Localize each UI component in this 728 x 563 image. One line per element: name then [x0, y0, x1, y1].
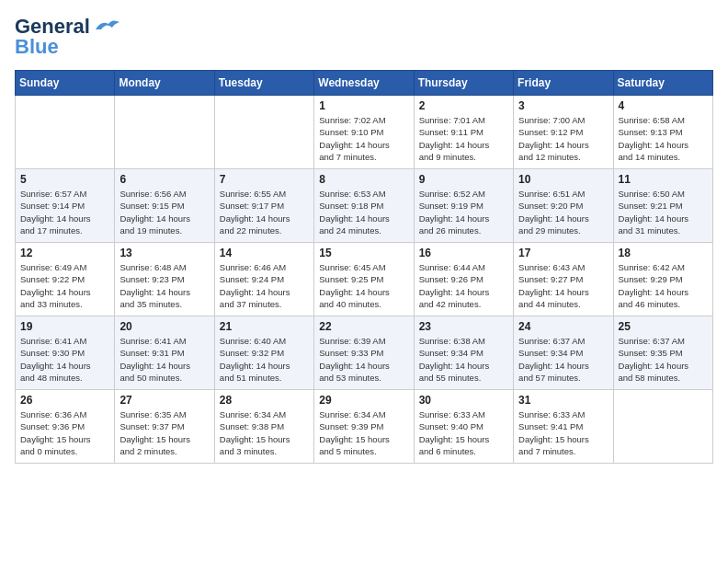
day-info: Sunrise: 6:53 AM Sunset: 9:18 PM Dayligh…	[319, 188, 408, 236]
calendar-cell: 7Sunrise: 6:55 AM Sunset: 9:17 PM Daylig…	[214, 169, 313, 243]
day-number: 4	[619, 99, 708, 112]
day-number: 31	[518, 394, 608, 407]
day-number: 13	[119, 247, 209, 259]
day-info: Sunrise: 6:41 AM Sunset: 9:31 PM Dayligh…	[119, 335, 209, 384]
calendar-cell: 14Sunrise: 6:46 AM Sunset: 9:24 PM Dayli…	[214, 243, 313, 316]
day-info: Sunrise: 6:37 AM Sunset: 9:34 PM Dayligh…	[518, 335, 608, 384]
calendar-cell: 22Sunrise: 6:39 AM Sunset: 9:33 PM Dayli…	[314, 316, 414, 390]
day-number: 30	[419, 394, 508, 407]
calendar-week-row: 5Sunrise: 6:57 AM Sunset: 9:14 PM Daylig…	[16, 169, 713, 243]
calendar-cell: 31Sunrise: 6:33 AM Sunset: 9:41 PM Dayli…	[514, 390, 613, 464]
calendar-cell: 21Sunrise: 6:40 AM Sunset: 9:32 PM Dayli…	[214, 316, 313, 390]
day-number: 28	[220, 394, 309, 407]
calendar-cell: 6Sunrise: 6:56 AM Sunset: 9:15 PM Daylig…	[115, 169, 214, 243]
day-number: 16	[419, 247, 508, 259]
day-info: Sunrise: 6:57 AM Sunset: 9:14 PM Dayligh…	[20, 188, 109, 236]
calendar-cell: 27Sunrise: 6:35 AM Sunset: 9:37 PM Dayli…	[115, 390, 214, 464]
day-info: Sunrise: 6:41 AM Sunset: 9:30 PM Dayligh…	[20, 335, 109, 384]
day-number: 15	[319, 247, 408, 259]
calendar-cell: 23Sunrise: 6:38 AM Sunset: 9:34 PM Dayli…	[414, 316, 513, 390]
day-number: 3	[518, 99, 608, 112]
day-info: Sunrise: 6:50 AM Sunset: 9:21 PM Dayligh…	[619, 188, 708, 236]
calendar-cell: 8Sunrise: 6:53 AM Sunset: 9:18 PM Daylig…	[314, 169, 414, 243]
day-number: 27	[119, 394, 209, 407]
day-info: Sunrise: 7:01 AM Sunset: 9:11 PM Dayligh…	[419, 114, 508, 163]
day-info: Sunrise: 6:36 AM Sunset: 9:36 PM Dayligh…	[20, 408, 109, 457]
day-info: Sunrise: 6:56 AM Sunset: 9:15 PM Dayligh…	[119, 188, 209, 236]
day-number: 24	[518, 320, 608, 333]
calendar-cell: 15Sunrise: 6:45 AM Sunset: 9:25 PM Dayli…	[314, 243, 414, 316]
day-number: 14	[220, 247, 309, 259]
calendar-cell: 17Sunrise: 6:43 AM Sunset: 9:27 PM Dayli…	[514, 243, 613, 316]
day-number: 21	[220, 320, 309, 333]
day-number: 2	[419, 99, 508, 112]
weekday-header-monday: Monday	[115, 71, 214, 96]
day-info: Sunrise: 6:46 AM Sunset: 9:24 PM Dayligh…	[220, 261, 309, 310]
day-number: 26	[20, 394, 109, 407]
day-info: Sunrise: 6:33 AM Sunset: 9:41 PM Dayligh…	[518, 408, 608, 457]
calendar-week-row: 1Sunrise: 7:02 AM Sunset: 9:10 PM Daylig…	[16, 96, 713, 169]
calendar-cell: 24Sunrise: 6:37 AM Sunset: 9:34 PM Dayli…	[514, 316, 613, 390]
calendar-cell: 28Sunrise: 6:34 AM Sunset: 9:38 PM Dayli…	[214, 390, 313, 464]
day-info: Sunrise: 6:33 AM Sunset: 9:40 PM Dayligh…	[419, 408, 508, 457]
day-number: 20	[119, 320, 209, 333]
calendar-cell: 16Sunrise: 6:44 AM Sunset: 9:26 PM Dayli…	[414, 243, 513, 316]
page-header: General Blue	[15, 15, 713, 59]
calendar-cell: 26Sunrise: 6:36 AM Sunset: 9:36 PM Dayli…	[16, 390, 115, 464]
logo: General Blue	[15, 15, 121, 59]
calendar-cell: 12Sunrise: 6:49 AM Sunset: 9:22 PM Dayli…	[16, 243, 115, 316]
day-info: Sunrise: 6:55 AM Sunset: 9:17 PM Dayligh…	[220, 188, 309, 236]
day-number: 19	[20, 320, 109, 333]
day-info: Sunrise: 6:34 AM Sunset: 9:39 PM Dayligh…	[319, 408, 408, 457]
day-info: Sunrise: 7:02 AM Sunset: 9:10 PM Dayligh…	[319, 114, 408, 163]
calendar-cell: 29Sunrise: 6:34 AM Sunset: 9:39 PM Dayli…	[314, 390, 414, 464]
day-info: Sunrise: 6:49 AM Sunset: 9:22 PM Dayligh…	[20, 261, 109, 310]
calendar-cell: 4Sunrise: 6:58 AM Sunset: 9:13 PM Daylig…	[613, 96, 712, 169]
day-info: Sunrise: 6:38 AM Sunset: 9:34 PM Dayligh…	[419, 335, 508, 384]
day-info: Sunrise: 6:35 AM Sunset: 9:37 PM Dayligh…	[119, 408, 209, 457]
day-info: Sunrise: 6:34 AM Sunset: 9:38 PM Dayligh…	[220, 408, 309, 457]
day-info: Sunrise: 6:48 AM Sunset: 9:23 PM Dayligh…	[119, 261, 209, 310]
calendar-cell	[115, 96, 214, 169]
day-info: Sunrise: 6:40 AM Sunset: 9:32 PM Dayligh…	[220, 335, 309, 384]
day-number: 23	[419, 320, 508, 333]
day-number: 5	[20, 173, 109, 186]
calendar-cell: 9Sunrise: 6:52 AM Sunset: 9:19 PM Daylig…	[414, 169, 513, 243]
logo-blue: Blue	[15, 35, 59, 59]
day-number: 11	[619, 173, 708, 186]
day-info: Sunrise: 6:51 AM Sunset: 9:20 PM Dayligh…	[518, 188, 608, 236]
weekday-header-thursday: Thursday	[414, 71, 513, 96]
day-number: 1	[319, 99, 408, 112]
calendar-cell: 5Sunrise: 6:57 AM Sunset: 9:14 PM Daylig…	[16, 169, 115, 243]
calendar-cell: 13Sunrise: 6:48 AM Sunset: 9:23 PM Dayli…	[115, 243, 214, 316]
weekday-header-row: SundayMondayTuesdayWednesdayThursdayFrid…	[16, 71, 713, 96]
calendar-week-row: 12Sunrise: 6:49 AM Sunset: 9:22 PM Dayli…	[16, 243, 713, 316]
calendar-cell: 2Sunrise: 7:01 AM Sunset: 9:11 PM Daylig…	[414, 96, 513, 169]
calendar-cell: 20Sunrise: 6:41 AM Sunset: 9:31 PM Dayli…	[115, 316, 214, 390]
day-number: 8	[319, 173, 408, 186]
day-number: 10	[518, 173, 608, 186]
day-info: Sunrise: 6:43 AM Sunset: 9:27 PM Dayligh…	[518, 261, 608, 310]
calendar-cell	[16, 96, 115, 169]
day-info: Sunrise: 6:58 AM Sunset: 9:13 PM Dayligh…	[619, 114, 708, 163]
weekday-header-tuesday: Tuesday	[214, 71, 313, 96]
day-info: Sunrise: 6:45 AM Sunset: 9:25 PM Dayligh…	[319, 261, 408, 310]
day-info: Sunrise: 7:00 AM Sunset: 9:12 PM Dayligh…	[518, 114, 608, 163]
day-info: Sunrise: 6:52 AM Sunset: 9:19 PM Dayligh…	[419, 188, 508, 236]
calendar-cell: 3Sunrise: 7:00 AM Sunset: 9:12 PM Daylig…	[514, 96, 613, 169]
calendar-cell	[214, 96, 313, 169]
calendar-cell: 10Sunrise: 6:51 AM Sunset: 9:20 PM Dayli…	[514, 169, 613, 243]
day-number: 12	[20, 247, 109, 259]
day-info: Sunrise: 6:37 AM Sunset: 9:35 PM Dayligh…	[619, 335, 708, 384]
calendar-cell: 11Sunrise: 6:50 AM Sunset: 9:21 PM Dayli…	[613, 169, 712, 243]
day-number: 29	[319, 394, 408, 407]
day-number: 7	[220, 173, 309, 186]
calendar-cell: 30Sunrise: 6:33 AM Sunset: 9:40 PM Dayli…	[414, 390, 513, 464]
calendar-cell: 1Sunrise: 7:02 AM Sunset: 9:10 PM Daylig…	[314, 96, 414, 169]
day-number: 6	[119, 173, 209, 186]
calendar-cell: 18Sunrise: 6:42 AM Sunset: 9:29 PM Dayli…	[613, 243, 712, 316]
day-info: Sunrise: 6:39 AM Sunset: 9:33 PM Dayligh…	[319, 335, 408, 384]
weekday-header-sunday: Sunday	[16, 71, 115, 96]
calendar-week-row: 26Sunrise: 6:36 AM Sunset: 9:36 PM Dayli…	[16, 390, 713, 464]
day-number: 17	[518, 247, 608, 259]
